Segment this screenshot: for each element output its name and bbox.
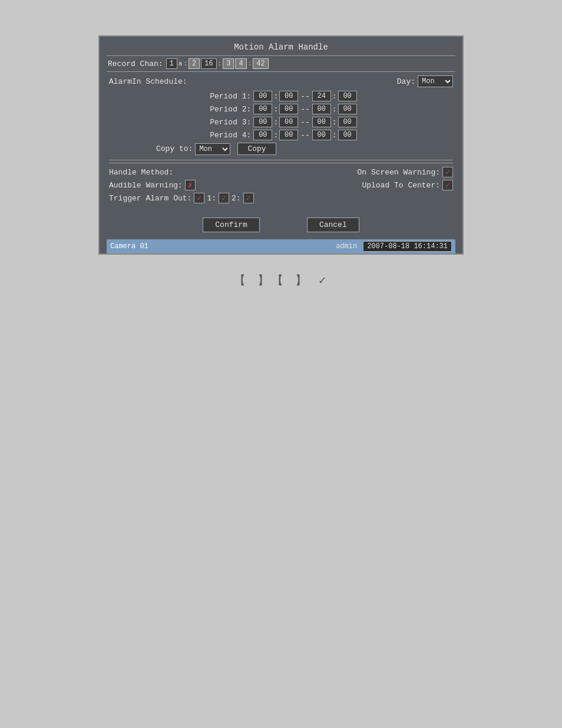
upload-to-center-checkbox[interactable]: ✓ (442, 180, 453, 190)
chan-btn-1[interactable]: 1 (166, 58, 177, 69)
period-2-start-h[interactable] (253, 104, 272, 114)
chan-btn-4[interactable]: 4 (235, 58, 246, 69)
period-row-2: Period 2: : -- : (205, 104, 356, 114)
period-3-label: Period 3: (205, 118, 251, 127)
period-row-1: Period 1: : -- : (205, 91, 356, 101)
alarm-in-schedule-label: AlarmIn Schedule: (109, 77, 397, 86)
period-1-end-h[interactable] (312, 91, 331, 101)
trigger-alarm-out-label: Trigger Alarm Out: (109, 194, 191, 203)
period-2-label: Period 2: (205, 105, 251, 114)
trigger-alarm-out-checkbox[interactable]: ✓ (194, 193, 204, 203)
period-4-start-m[interactable] (279, 130, 298, 140)
day-select[interactable]: Mon Tue Wed Thu Fri Sat Sun (418, 75, 453, 87)
handle-row1: Handle Method: On Screen Warning: ✓ (109, 167, 453, 177)
upload-to-center-group: Upload To Center: ✓ (362, 180, 453, 190)
on-screen-warning-checkbox[interactable]: ✓ (442, 167, 453, 177)
period-4-label: Period 4: (205, 131, 251, 140)
audible-warning-label: Audible Warning: (109, 181, 183, 190)
handle-method-section: Handle Method: On Screen Warning: ✓ Audi… (109, 163, 453, 203)
period-4-start-h[interactable] (253, 130, 272, 140)
upload-to-center-label: Upload To Center: (362, 181, 440, 190)
period-3-end-m[interactable] (338, 117, 357, 127)
chan-btn-42[interactable]: 42 (253, 58, 268, 69)
handle-method-label: Handle Method: (109, 168, 358, 177)
trigger-1-checkbox[interactable]: ✓ (219, 193, 229, 203)
motion-alarm-dialog: Motion Alarm Handle Record Chan: 1 a : 2… (98, 35, 464, 255)
dialog-title: Motion Alarm Handle (107, 42, 455, 52)
period-2-end-m[interactable] (338, 104, 357, 114)
on-screen-warning-label: On Screen Warning: (358, 168, 440, 177)
trigger-1-label: 1: (207, 194, 216, 203)
period-1-start-m[interactable] (279, 91, 298, 101)
chan-btn-16[interactable]: 16 (201, 58, 216, 69)
period-4-end-h[interactable] (312, 130, 331, 140)
chan-btn-2[interactable]: 2 (189, 58, 200, 69)
period-3-end-h[interactable] (312, 117, 331, 127)
handle-row3: Trigger Alarm Out: ✓ 1: ✓ 2: ✓ (109, 193, 453, 203)
bottom-note-text: 【 】【 】 ✓ (234, 274, 328, 288)
status-time: 2007-08-18 16:14:31 (363, 241, 452, 252)
period-row-4: Period 4: : -- : (205, 130, 356, 140)
period-1-start-h[interactable] (253, 91, 272, 101)
camera-label: Camera 01 (110, 242, 330, 251)
copy-row: Copy to: Mon Tue Wed Thu Fri Sat Sun All… (109, 143, 453, 155)
chan-btn-3[interactable]: 3 (223, 58, 234, 69)
audible-warning-checkbox[interactable]: ✗ (185, 180, 196, 190)
bottom-note: 【 】【 】 ✓ (234, 272, 328, 288)
period-2-start-m[interactable] (279, 104, 298, 114)
period-3-start-m[interactable] (279, 117, 298, 127)
schedule-header: AlarmIn Schedule: Day: Mon Tue Wed Thu F… (109, 75, 453, 87)
record-chan-label: Record Chan: (108, 60, 163, 68)
record-chan-row: Record Chan: 1 a : 2 16 : 3 4 : 42 (107, 55, 455, 72)
period-3-start-h[interactable] (253, 117, 272, 127)
handle-row2: Audible Warning: ✗ Upload To Center: ✓ (109, 180, 453, 190)
trigger-2-label: 2: (232, 194, 241, 203)
copy-to-select[interactable]: Mon Tue Wed Thu Fri Sat Sun All (195, 143, 230, 155)
status-bar: Camera 01 admin 2007-08-18 16:14:31 (107, 239, 455, 253)
copy-to-label: Copy to: (156, 144, 193, 153)
period-rows: Period 1: : -- : Period 2: : -- : (109, 91, 453, 143)
period-1-label: Period 1: (205, 92, 251, 101)
period-4-end-m[interactable] (338, 130, 357, 140)
day-label: Day: (397, 77, 415, 86)
period-row-3: Period 3: : -- : (205, 117, 356, 127)
copy-button[interactable]: Copy (237, 143, 276, 155)
status-user: admin (330, 242, 363, 251)
confirm-button[interactable]: Confirm (203, 218, 260, 232)
on-screen-warning-group: On Screen Warning: ✓ (358, 167, 453, 177)
cancel-button[interactable]: Cancel (307, 218, 359, 232)
dialog-body: AlarmIn Schedule: Day: Mon Tue Wed Thu F… (107, 75, 455, 238)
period-1-end-m[interactable] (338, 91, 357, 101)
trigger-2-checkbox[interactable]: ✓ (243, 193, 254, 203)
confirm-cancel-row: Confirm Cancel (109, 206, 453, 238)
period-2-end-h[interactable] (312, 104, 331, 114)
